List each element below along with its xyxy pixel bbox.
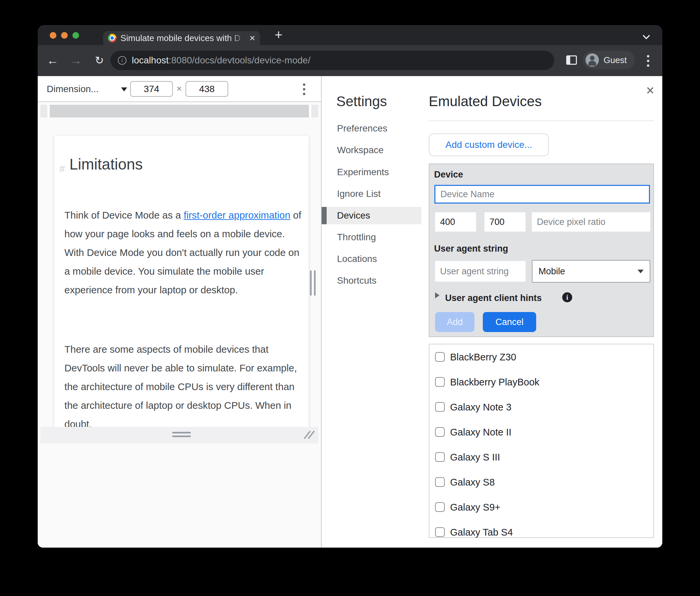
paragraph: There are some aspects of mobile devices… <box>65 340 302 427</box>
profile-label: Guest <box>604 55 627 66</box>
dropdown-caret-icon[interactable] <box>121 88 127 92</box>
tab-strip: Simulate mobile devices with D × + <box>38 25 662 45</box>
window-minimize-button[interactable] <box>61 32 68 39</box>
list-item[interactable]: Galaxy S III <box>429 445 653 469</box>
device-label: Galaxy S9+ <box>450 495 500 519</box>
site-info-icon[interactable]: i <box>118 56 126 65</box>
cancel-button[interactable]: Cancel <box>483 312 536 332</box>
device-list: BlackBerry Z30 Blackberry PlayBook Galax… <box>429 344 654 538</box>
tab-title: Simulate mobile devices with D <box>121 33 247 43</box>
side-panel-icon[interactable] <box>566 55 577 65</box>
list-item[interactable]: BlackBerry Z30 <box>429 345 653 369</box>
checkbox[interactable] <box>435 477 445 487</box>
user-agent-type-select[interactable]: Mobile <box>532 260 650 283</box>
new-tab-button[interactable]: + <box>271 28 286 42</box>
paragraph-text: Think of Device Mode as a <box>65 209 183 221</box>
sidebar-item-ignore-list[interactable]: Ignore List <box>337 185 381 203</box>
address-bar[interactable]: i localhost:8080/docs/devtools/device-mo… <box>110 51 554 70</box>
browser-window: Simulate mobile devices with D × + ← → ↻… <box>38 25 662 548</box>
sidebar-item-workspace[interactable]: Workspace <box>337 142 384 159</box>
sidebar-item-throttling[interactable]: Throttling <box>337 229 376 246</box>
profile-button[interactable]: Guest <box>583 51 634 69</box>
list-item[interactable]: Galaxy S8 <box>429 470 653 494</box>
user-agent-input[interactable] <box>435 261 525 282</box>
checkbox[interactable] <box>435 527 445 537</box>
browser-toolbar: ← → ↻ i localhost:8080/docs/devtools/dev… <box>38 45 662 76</box>
url-text: localhost:8080/docs/devtools/device-mode… <box>132 55 310 66</box>
custom-device-form: Device User agent string Mobile User age… <box>429 164 654 337</box>
browser-tab[interactable]: Simulate mobile devices with D × <box>103 31 260 45</box>
reload-button[interactable]: ↻ <box>92 52 107 68</box>
device-label: BlackBerry Z30 <box>450 345 516 369</box>
text-link[interactable]: first-order approximation <box>183 209 290 221</box>
viewport-width-input[interactable] <box>130 81 173 97</box>
device-name-input[interactable] <box>434 185 650 203</box>
settings-pane: × Settings Preferences Workspace Experim… <box>322 76 662 548</box>
paragraph: Think of Device Mode as a first-order ap… <box>65 206 302 299</box>
title-divider <box>429 121 654 121</box>
sidebar-item-shortcuts[interactable]: Shortcuts <box>337 272 376 289</box>
dimension-separator: × <box>173 83 185 94</box>
forward-button: → <box>68 52 84 68</box>
close-icon[interactable]: × <box>646 83 654 97</box>
disclosure-triangle-icon[interactable] <box>435 292 440 298</box>
device-mode-pane: Dimension... × # Limitations Think of De… <box>38 76 321 548</box>
tab-close-icon[interactable]: × <box>249 31 255 45</box>
device-label: Galaxy Note II <box>450 420 511 444</box>
info-icon[interactable]: i <box>562 292 572 302</box>
window-zoom-button[interactable] <box>72 32 79 39</box>
corner-resize-handle[interactable] <box>307 429 317 441</box>
device-label: Blackberry PlayBook <box>450 370 540 394</box>
window-content: Dimension... × # Limitations Think of De… <box>38 76 662 548</box>
heading-anchor[interactable]: # <box>59 163 65 175</box>
sidebar-item-devices[interactable]: Devices <box>337 207 370 224</box>
checkbox[interactable] <box>435 377 445 387</box>
settings-title: Settings <box>336 94 387 109</box>
list-item[interactable]: Blackberry PlayBook <box>429 370 653 394</box>
checkbox[interactable] <box>435 427 445 437</box>
select-caret-icon <box>638 270 644 273</box>
emulated-viewport-area: # Limitations Think of Device Mode as a … <box>38 103 321 548</box>
device-label: Galaxy Note 3 <box>450 395 511 419</box>
add-button[interactable]: Add <box>435 312 474 332</box>
height-resize-handle[interactable] <box>172 432 191 438</box>
select-value: Mobile <box>539 260 565 282</box>
device-width-input[interactable] <box>435 212 476 231</box>
add-custom-device-button[interactable]: Add custom device... <box>429 133 549 156</box>
paragraph-text: of how your page looks and feels on a mo… <box>65 209 301 295</box>
list-item[interactable]: Galaxy S9+ <box>429 495 653 519</box>
user-agent-label: User agent string <box>434 244 508 254</box>
selected-menu-bar <box>322 207 327 224</box>
width-resize-handle[interactable] <box>310 270 316 296</box>
page-heading: Limitations <box>69 155 143 173</box>
viewport-bottom-bar <box>41 427 318 444</box>
list-item[interactable]: Galaxy Tab S4 <box>429 520 653 544</box>
emulated-page: # Limitations Think of Device Mode as a … <box>54 136 309 427</box>
device-label: Device <box>434 170 463 180</box>
list-item[interactable]: Galaxy Note II <box>429 420 653 444</box>
horizontal-scrollbar[interactable] <box>41 105 318 118</box>
viewport-height-input[interactable] <box>185 81 228 97</box>
device-height-input[interactable] <box>484 212 525 231</box>
device-pixel-ratio-input[interactable] <box>532 212 650 231</box>
client-hints-label[interactable]: User agent client hints <box>445 293 542 303</box>
checkbox[interactable] <box>435 452 445 462</box>
scrollbar-thumb[interactable] <box>50 105 309 118</box>
url-host: localhost <box>132 55 169 66</box>
emulated-devices-title: Emulated Devices <box>429 94 542 109</box>
device-label: Galaxy S III <box>450 445 500 469</box>
sidebar-item-locations[interactable]: Locations <box>337 250 377 268</box>
tab-search-chevron-icon[interactable] <box>643 32 650 40</box>
sidebar-item-preferences[interactable]: Preferences <box>337 120 388 137</box>
avatar-icon <box>585 53 599 67</box>
checkbox[interactable] <box>435 502 445 512</box>
checkbox[interactable] <box>435 352 445 362</box>
list-item[interactable]: Galaxy Note 3 <box>429 395 653 419</box>
device-label: Galaxy Tab S4 <box>450 520 513 544</box>
dimensions-dropdown[interactable]: Dimension... <box>47 84 99 95</box>
chrome-favicon-icon <box>108 34 117 42</box>
checkbox[interactable] <box>435 402 445 412</box>
window-close-button[interactable] <box>50 32 56 39</box>
back-button[interactable]: ← <box>45 52 60 68</box>
sidebar-item-experiments[interactable]: Experiments <box>337 164 389 181</box>
